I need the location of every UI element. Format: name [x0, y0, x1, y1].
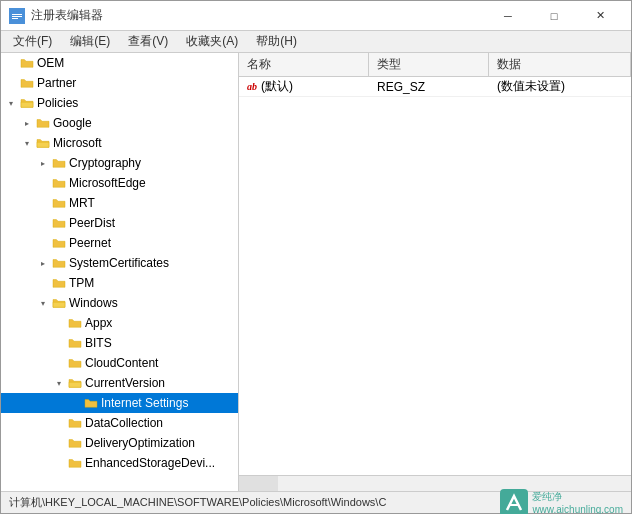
folder-icon-systemcertificates: [51, 255, 67, 271]
app-icon: [9, 8, 25, 24]
tree-item-mrt[interactable]: MRT: [1, 193, 238, 213]
registry-values-list[interactable]: ab(默认)REG_SZ(数值未设置): [239, 77, 631, 475]
tree-item-bits[interactable]: BITS: [1, 333, 238, 353]
expander-policies[interactable]: [3, 95, 19, 111]
tree-item-cryptography[interactable]: Cryptography: [1, 153, 238, 173]
tree-label-bits: BITS: [85, 336, 112, 350]
reg-cell-type-0: REG_SZ: [369, 80, 489, 94]
expander-appx[interactable]: [51, 315, 67, 331]
menu-help[interactable]: 帮助(H): [248, 31, 305, 52]
tree-item-policies[interactable]: Policies: [1, 93, 238, 113]
watermark-text: 爱纯净 www.aichunling.com: [532, 490, 623, 515]
watermark-area: 爱纯净 www.aichunling.com: [500, 489, 623, 515]
window-controls: ─ □ ✕: [485, 1, 623, 31]
tree-item-tpm[interactable]: TPM: [1, 273, 238, 293]
expander-windows[interactable]: [35, 295, 51, 311]
expander-enhancedstoragedevice[interactable]: [51, 455, 67, 471]
col-header-type: 类型: [369, 53, 489, 76]
col-header-name: 名称: [239, 53, 369, 76]
maximize-button[interactable]: □: [531, 1, 577, 31]
tree-label-google: Google: [53, 116, 92, 130]
watermark-logo: [500, 489, 528, 515]
menu-bar: 文件(F) 编辑(E) 查看(V) 收藏夹(A) 帮助(H): [1, 31, 631, 53]
menu-view[interactable]: 查看(V): [120, 31, 176, 52]
tree-item-peerdist[interactable]: PeerDist: [1, 213, 238, 233]
tree-panel[interactable]: OEM Partner Policies Google Microsoft Cr…: [1, 53, 239, 491]
expander-microsoftedge[interactable]: [35, 175, 51, 191]
folder-icon-appx: [67, 315, 83, 331]
tree-item-enhancedstoragedevice[interactable]: EnhancedStorageDevi...: [1, 453, 238, 473]
tree-item-partner[interactable]: Partner: [1, 73, 238, 93]
close-button[interactable]: ✕: [577, 1, 623, 31]
tree-label-enhancedstoragedevice: EnhancedStorageDevi...: [85, 456, 215, 470]
svg-rect-3: [12, 18, 18, 19]
tree-item-windows[interactable]: Windows: [1, 293, 238, 313]
tree-item-datacollection[interactable]: DataCollection: [1, 413, 238, 433]
tree-item-deliveryoptimization[interactable]: DeliveryOptimization: [1, 433, 238, 453]
folder-icon-mrt: [51, 195, 67, 211]
reg-row-0[interactable]: ab(默认)REG_SZ(数值未设置): [239, 77, 631, 97]
expander-partner[interactable]: [3, 75, 19, 91]
status-bar: 计算机\HKEY_LOCAL_MACHINE\SOFTWARE\Policies…: [1, 491, 631, 513]
tree-item-cloudcontent[interactable]: CloudContent: [1, 353, 238, 373]
minimize-button[interactable]: ─: [485, 1, 531, 31]
folder-icon-windows: [51, 295, 67, 311]
status-path: 计算机\HKEY_LOCAL_MACHINE\SOFTWARE\Policies…: [9, 495, 386, 510]
svg-rect-2: [12, 16, 22, 17]
tree-item-systemcertificates[interactable]: SystemCertificates: [1, 253, 238, 273]
tree-label-mrt: MRT: [69, 196, 95, 210]
tree-item-appx[interactable]: Appx: [1, 313, 238, 333]
expander-systemcertificates[interactable]: [35, 255, 51, 271]
expander-datacollection[interactable]: [51, 415, 67, 431]
tree-label-internetsettings: Internet Settings: [101, 396, 188, 410]
folder-icon-microsoft: [35, 135, 51, 151]
folder-icon-oem: [19, 55, 35, 71]
tree-item-microsoftedge[interactable]: MicrosoftEdge: [1, 173, 238, 193]
tree-label-systemcertificates: SystemCertificates: [69, 256, 169, 270]
tree-item-internetsettings[interactable]: Internet Settings: [1, 393, 238, 413]
menu-file[interactable]: 文件(F): [5, 31, 60, 52]
expander-currentversion[interactable]: [51, 375, 67, 391]
folder-icon-enhancedstoragedevice: [67, 455, 83, 471]
expander-bits[interactable]: [51, 335, 67, 351]
tree-item-peernet[interactable]: Peernet: [1, 233, 238, 253]
folder-icon-internetsettings: [83, 395, 99, 411]
folder-icon-policies: [19, 95, 35, 111]
tree-label-peerdist: PeerDist: [69, 216, 115, 230]
tree-item-microsoft[interactable]: Microsoft: [1, 133, 238, 153]
tree-label-appx: Appx: [85, 316, 112, 330]
folder-icon-peernet: [51, 235, 67, 251]
expander-peerdist[interactable]: [35, 215, 51, 231]
folder-icon-bits: [67, 335, 83, 351]
expander-tpm[interactable]: [35, 275, 51, 291]
folder-icon-datacollection: [67, 415, 83, 431]
expander-microsoft[interactable]: [19, 135, 35, 151]
right-panel: 名称 类型 数据 ab(默认)REG_SZ(数值未设置): [239, 53, 631, 491]
tree-label-cloudcontent: CloudContent: [85, 356, 158, 370]
ab-icon: ab: [247, 81, 257, 92]
expander-cryptography[interactable]: [35, 155, 51, 171]
tree-label-partner: Partner: [37, 76, 76, 90]
folder-icon-partner: [19, 75, 35, 91]
window-title: 注册表编辑器: [31, 7, 103, 24]
expander-google[interactable]: [19, 115, 35, 131]
tree-item-google[interactable]: Google: [1, 113, 238, 133]
reg-cell-data-0: (数值未设置): [489, 78, 631, 95]
folder-icon-google: [35, 115, 51, 131]
main-area: OEM Partner Policies Google Microsoft Cr…: [1, 53, 631, 491]
menu-edit[interactable]: 编辑(E): [62, 31, 118, 52]
expander-deliveryoptimization[interactable]: [51, 435, 67, 451]
expander-internetsettings[interactable]: [67, 395, 83, 411]
expander-peernet[interactable]: [35, 235, 51, 251]
tree-item-currentversion[interactable]: CurrentVersion: [1, 373, 238, 393]
expander-mrt[interactable]: [35, 195, 51, 211]
tree-label-tpm: TPM: [69, 276, 94, 290]
expander-oem[interactable]: [3, 55, 19, 71]
menu-favorites[interactable]: 收藏夹(A): [178, 31, 246, 52]
expander-cloudcontent[interactable]: [51, 355, 67, 371]
tree-item-oem[interactable]: OEM: [1, 53, 238, 73]
folder-icon-tpm: [51, 275, 67, 291]
column-headers: 名称 类型 数据: [239, 53, 631, 77]
tree-label-peernet: Peernet: [69, 236, 111, 250]
title-bar: 注册表编辑器 ─ □ ✕: [1, 1, 631, 31]
